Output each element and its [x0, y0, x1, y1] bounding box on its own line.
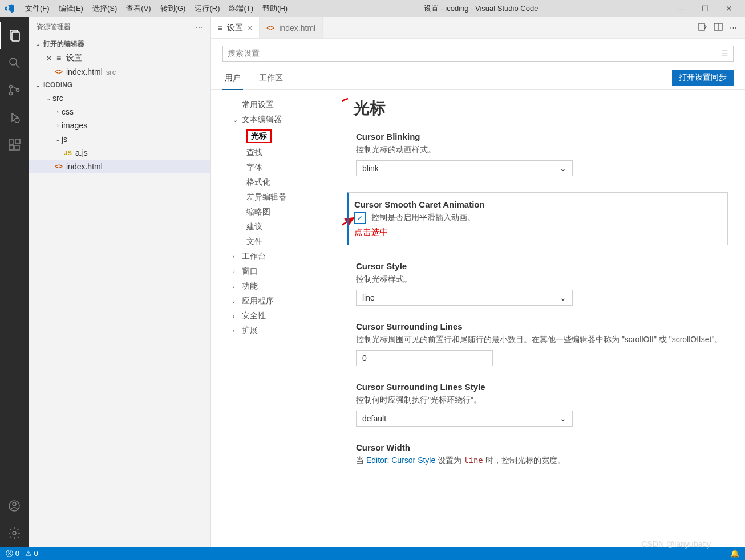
settings-file-icon: ≡: [54, 54, 64, 63]
setting-description: 控制光标周围可见的前置行和尾随行的最小数目。在其他一些编辑器中称为 "scrol…: [356, 334, 728, 346]
status-warnings[interactable]: ⚠ 0: [25, 549, 38, 558]
setting-description: 控制是否启用平滑插入动画。: [371, 212, 475, 224]
explorer-sidebar: 资源管理器 ⋯ ⌄打开的编辑器 ✕ ≡ 设置 <> index.html src…: [29, 17, 211, 547]
svg-line-20: [342, 99, 348, 126]
settings-search-input[interactable]: 搜索设置 ☰: [222, 46, 734, 62]
setting-title: Cursor Surrounding Lines: [356, 322, 728, 331]
debug-icon[interactable]: [0, 104, 29, 131]
html-file-icon: <>: [54, 163, 64, 171]
setting-description: 控制光标的动画样式。: [356, 144, 728, 156]
toc-files[interactable]: 文件: [230, 234, 342, 249]
setting-title: Cursor Width: [356, 443, 728, 452]
status-notifications-icon[interactable]: 🔔: [730, 549, 739, 558]
open-editor-settings[interactable]: ✕ ≡ 设置: [29, 51, 210, 65]
title-bar: 文件(F) 编辑(E) 选择(S) 查看(V) 转到(G) 运行(R) 终端(T…: [0, 0, 745, 17]
watermark: CSDN @lanyubaby: [641, 539, 711, 549]
toc-cursor[interactable]: 光标: [230, 127, 342, 145]
extensions-icon[interactable]: [0, 131, 29, 159]
svg-rect-11: [15, 145, 19, 150]
settings-scope-tabs: 用户 工作区 打开设置同步: [211, 66, 745, 90]
open-editor-indexhtml[interactable]: <> index.html src: [29, 65, 210, 79]
menu-help[interactable]: 帮助(H): [258, 2, 292, 15]
setting-description: 控制光标样式。: [356, 273, 728, 285]
folder-images[interactable]: ›images: [29, 119, 210, 132]
file-ajs[interactable]: JSa.js: [29, 146, 210, 160]
menu-view[interactable]: 查看(V): [122, 2, 155, 15]
toc-common[interactable]: 常用设置: [230, 98, 342, 112]
split-editor-icon[interactable]: [714, 22, 723, 33]
cursor-surrounding-lines-input[interactable]: [356, 350, 493, 366]
svg-rect-9: [9, 140, 14, 144]
file-tree: ⌄打开的编辑器 ✕ ≡ 设置 <> index.html src ⌄ICODIN…: [29, 37, 210, 547]
setting-cursor-surrounding-lines: Cursor Surrounding Lines 控制光标周围可见的前置行和尾随…: [354, 322, 728, 366]
project-section[interactable]: ⌄ICODING: [29, 79, 210, 91]
toc-find[interactable]: 查找: [230, 145, 342, 160]
toc-extensions[interactable]: ›扩展: [230, 323, 342, 338]
close-icon[interactable]: ✕: [44, 54, 54, 63]
toc-features[interactable]: ›功能: [230, 279, 342, 294]
more-actions-icon[interactable]: ⋯: [730, 23, 737, 32]
toc-application[interactable]: ›应用程序: [230, 294, 342, 309]
settings-search-container: 搜索设置 ☰: [211, 39, 745, 66]
minimize-button[interactable]: ─: [670, 1, 693, 17]
settings-gear-icon[interactable]: [0, 520, 29, 547]
svg-rect-10: [9, 145, 14, 150]
toc-minimap[interactable]: 缩略图: [230, 205, 342, 220]
close-icon[interactable]: ×: [248, 23, 252, 33]
window-controls: ─ ☐ ✕: [670, 1, 740, 17]
svg-point-6: [17, 89, 19, 92]
menu-file[interactable]: 文件(F): [21, 2, 54, 15]
open-settings-json-icon[interactable]: [698, 22, 707, 33]
account-icon[interactable]: [0, 492, 29, 520]
scope-workspace-tab[interactable]: 工作区: [257, 70, 285, 89]
html-file-icon: <>: [266, 24, 274, 32]
editor-tabs: ≡ 设置 × <> index.html ⋯: [211, 17, 745, 39]
scope-user-tab[interactable]: 用户: [222, 70, 243, 90]
source-control-icon[interactable]: [0, 76, 29, 104]
toc-font[interactable]: 字体: [230, 160, 342, 175]
sidebar-more-icon[interactable]: ⋯: [196, 23, 203, 31]
menu-edit[interactable]: 编辑(E): [54, 2, 88, 15]
cursor-surrounding-style-select[interactable]: default ⌄: [356, 411, 573, 427]
cursor-style-select[interactable]: line ⌄: [356, 290, 573, 306]
settings-body: 常用设置 ⌄文本编辑器 光标 查找 字体 格式化 差异编辑器 缩略图 建议 文件…: [211, 90, 745, 547]
chevron-down-icon: ⌄: [560, 293, 566, 302]
menu-run[interactable]: 运行(R): [190, 2, 224, 15]
sidebar-title: 资源管理器: [37, 22, 71, 32]
setting-title: Cursor Surrounding Lines Style: [356, 382, 728, 392]
cursor-blinking-select[interactable]: blink ⌄: [356, 160, 573, 176]
toc-diff-editor[interactable]: 差异编辑器: [230, 190, 342, 205]
maximize-button[interactable]: ☐: [694, 1, 716, 17]
toc-suggestions[interactable]: 建议: [230, 220, 342, 234]
filter-icon[interactable]: ☰: [721, 49, 728, 58]
folder-css[interactable]: ›css: [29, 105, 210, 119]
toc-window[interactable]: ›窗口: [230, 264, 342, 279]
file-indexhtml[interactable]: <>index.html: [29, 160, 210, 173]
open-editors-section[interactable]: ⌄打开的编辑器: [29, 37, 210, 51]
settings-toc: 常用设置 ⌄文本编辑器 光标 查找 字体 格式化 差异编辑器 缩略图 建议 文件…: [211, 90, 342, 547]
close-button[interactable]: ✕: [718, 1, 740, 17]
explorer-icon[interactable]: [0, 22, 29, 49]
toc-text-editor[interactable]: ⌄文本编辑器: [230, 112, 342, 127]
status-errors[interactable]: ⓧ 0: [6, 549, 19, 559]
setting-title: Cursor Style: [356, 261, 728, 271]
tab-settings[interactable]: ≡ 设置 ×: [211, 17, 260, 38]
smooth-caret-checkbox[interactable]: ✓: [354, 212, 366, 224]
folder-js[interactable]: ⌄js: [29, 132, 210, 146]
setting-cursor-blinking: Cursor Blinking 控制光标的动画样式。 blink ⌄: [354, 132, 728, 176]
toc-security[interactable]: ›安全性: [230, 309, 342, 323]
menu-selection[interactable]: 选择(S): [88, 2, 122, 15]
html-file-icon: <>: [54, 68, 64, 76]
toc-formatting[interactable]: 格式化: [230, 175, 342, 190]
menu-go[interactable]: 转到(G): [156, 2, 191, 15]
setting-description: 控制何时应强制执行"光标环绕行"。: [356, 394, 728, 406]
js-file-icon: JS: [63, 149, 73, 156]
svg-point-14: [13, 502, 16, 506]
chevron-down-icon: ⌄: [560, 164, 566, 173]
open-settings-sync-button[interactable]: 打开设置同步: [672, 70, 734, 86]
tab-indexhtml[interactable]: <> index.html: [260, 17, 323, 38]
menu-terminal[interactable]: 终端(T): [224, 2, 258, 15]
folder-src[interactable]: ⌄src: [29, 91, 210, 105]
search-icon[interactable]: [0, 49, 29, 76]
toc-workbench[interactable]: ›工作台: [230, 249, 342, 264]
